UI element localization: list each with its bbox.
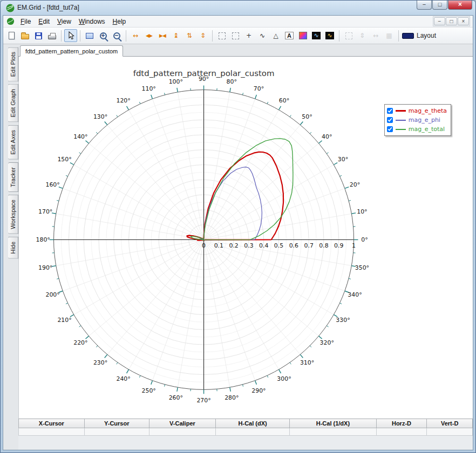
mdi-close-button[interactable]: × [458, 17, 469, 25]
select-region-alt-button[interactable] [229, 29, 242, 42]
plot-canvas[interactable]: 0°10°20°30°40°50°60°70°80°90°100°110°120… [18, 57, 473, 418]
mdi-restore-button[interactable]: □ [446, 17, 457, 25]
readout-value-cell [84, 428, 149, 436]
readout-col-vert-d: Vert-D [427, 419, 473, 428]
minimize-button[interactable]: − [417, 1, 432, 10]
svg-text:1: 1 [352, 242, 356, 249]
dark-plot-alt-icon: ∿ [325, 32, 334, 39]
legend-line-sample [396, 120, 406, 121]
print-icon [48, 35, 56, 39]
content-area: fdtd_pattern_pattern_polar_custom 0°10°2… [18, 44, 473, 450]
svg-text:260°: 260° [169, 394, 183, 401]
zoom-out-icon: − [113, 32, 120, 39]
shrink-horizontal-button[interactable]: ▶◀ [156, 29, 169, 42]
text-label-icon: A [285, 32, 294, 39]
mdi-child-icon[interactable] [6, 17, 15, 25]
app-icon [6, 4, 15, 12]
pan-vertical-button[interactable]: ⇅ [183, 29, 196, 42]
legend-label: mag_e_total [409, 126, 445, 133]
menu-help[interactable]: Help [109, 17, 130, 26]
layout-color-swatch[interactable] [402, 29, 414, 42]
menu-items: FileEditViewWindowsHelp [17, 18, 130, 25]
svg-text:120°: 120° [116, 97, 130, 104]
vertical-fit-disabled-button: ⇕ [356, 29, 369, 42]
horizontal-fit-disabled-button: ↔ [369, 29, 382, 42]
svg-text:0.9: 0.9 [334, 242, 343, 249]
colormap-button[interactable] [296, 29, 309, 42]
print-button[interactable] [45, 29, 58, 42]
pointer-tool-button[interactable] [64, 29, 77, 42]
side-tab-edit-axes[interactable]: Edit Axes [8, 125, 18, 160]
fit-both-icon: ⇕ [200, 32, 206, 39]
svg-text:350°: 350° [355, 264, 369, 271]
svg-text:250°: 250° [142, 387, 156, 394]
bottom-spacer [18, 436, 473, 450]
svg-text:70°: 70° [254, 85, 264, 92]
marker-button[interactable]: △ [269, 29, 282, 42]
legend-line-sample [396, 110, 406, 112]
fit-both-button[interactable]: ⇕ [196, 29, 209, 42]
svg-text:40°: 40° [322, 133, 332, 140]
readout-col-horz-d: Horz-D [376, 419, 427, 428]
pan-horizontal-icon: ◀▶ [146, 33, 152, 38]
zoom-window-icon [86, 33, 93, 39]
side-tab-tracker[interactable]: Tracker [8, 162, 18, 192]
svg-text:240°: 240° [116, 375, 130, 382]
trace-cursor-button[interactable]: ∿ [256, 29, 269, 42]
pan-horizontal-button[interactable]: ◀▶ [142, 29, 155, 42]
svg-text:0.1: 0.1 [214, 242, 223, 249]
svg-text:30°: 30° [338, 156, 348, 163]
pointer-tool-icon [67, 31, 74, 40]
svg-text:200°: 200° [46, 291, 60, 298]
dark-plot-button[interactable]: ∿ [310, 29, 323, 42]
side-tab-edit-plots[interactable]: Edit Plots [8, 47, 18, 81]
app-window: EM.Grid - [fdtd_tut7a] − □ × FileEditVie… [0, 0, 476, 453]
close-button[interactable]: × [448, 1, 472, 10]
legend-label: mag_e_phi [409, 116, 440, 123]
titlebar[interactable]: EM.Grid - [fdtd_tut7a] − □ × [3, 1, 473, 15]
svg-text:0: 0 [202, 242, 206, 249]
side-tab-edit-graph[interactable]: Edit Graph [8, 84, 18, 122]
open-file-button[interactable] [18, 29, 31, 42]
layout-label: Layout [417, 32, 436, 39]
zoom-in-button[interactable]: + [97, 29, 110, 42]
svg-text:290°: 290° [251, 387, 266, 394]
legend-item-mag-e-theta: mag_e_theta [387, 106, 447, 115]
menu-windows[interactable]: Windows [75, 17, 109, 26]
toolbar: +−↔◀▶▶◀↨⇅⇕+∿△A∿∿⇕↔▦ Layout [3, 28, 473, 44]
fit-horizontal-button[interactable]: ↔ [129, 29, 142, 42]
tab-fdtd-pattern-pattern-polar-custom[interactable]: fdtd_pattern_pattern_polar_custom [20, 45, 123, 57]
svg-text:0.2: 0.2 [229, 242, 238, 249]
dark-plot-alt-button[interactable]: ∿ [323, 29, 336, 42]
legend-checkbox-mag-e-total[interactable] [387, 126, 393, 132]
svg-text:110°: 110° [142, 85, 156, 92]
axes-box-disabled-icon [345, 32, 352, 39]
fit-horizontal-icon: ↔ [133, 32, 138, 39]
svg-text:20°: 20° [350, 181, 360, 188]
menu-edit[interactable]: Edit [35, 17, 53, 26]
save-file-button[interactable] [32, 29, 45, 42]
mdi-minimize-button[interactable]: − [434, 17, 445, 25]
svg-text:140°: 140° [73, 133, 87, 140]
new-file-button[interactable] [5, 29, 18, 42]
zoom-window-button[interactable] [83, 29, 96, 42]
svg-text:180°: 180° [36, 236, 50, 243]
maximize-button[interactable]: □ [432, 1, 447, 10]
readout-col-h-cal-dx: H-Cal (dX) [216, 419, 290, 428]
menu-file[interactable]: File [17, 17, 35, 26]
side-tab-hide[interactable]: Hide [8, 237, 18, 259]
crosshair-button[interactable]: + [242, 29, 255, 42]
fit-vertical-button[interactable]: ↨ [169, 29, 182, 42]
svg-text:10°: 10° [357, 208, 367, 215]
svg-text:270°: 270° [196, 397, 210, 404]
readout-table: X-CursorY-CursorV-CaliperH-Cal (dX)H-Cal… [18, 418, 473, 436]
caption-buttons: − □ × [417, 1, 472, 10]
select-region-button[interactable] [215, 29, 228, 42]
legend-checkbox-mag-e-theta[interactable] [387, 108, 393, 114]
zoom-out-button[interactable]: − [110, 29, 123, 42]
side-tab-workspace[interactable]: Workspace [8, 195, 18, 234]
legend-checkbox-mag-e-phi[interactable] [387, 117, 393, 123]
menubar: FileEditViewWindowsHelp −□× [3, 16, 473, 28]
menu-view[interactable]: View [53, 17, 75, 26]
text-label-button[interactable]: A [283, 29, 296, 42]
